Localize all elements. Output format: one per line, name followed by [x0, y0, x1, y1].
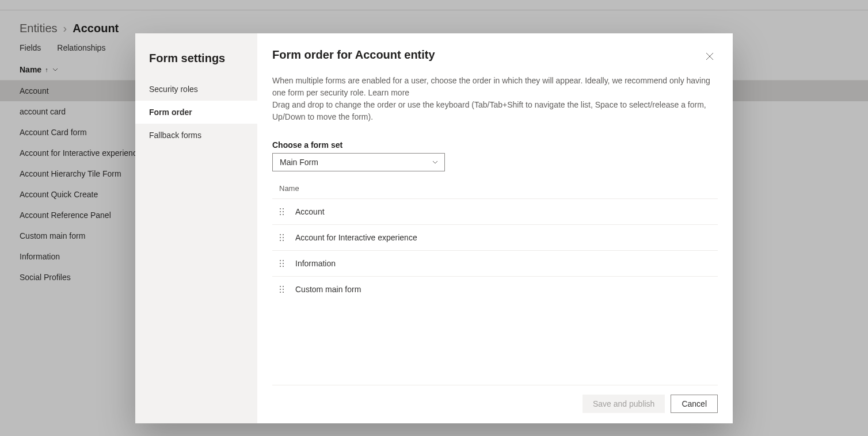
drag-handle-icon[interactable] [279, 208, 286, 216]
svg-point-14 [280, 263, 281, 264]
svg-point-17 [283, 266, 284, 267]
desc-line-2: Drag and drop to change the order or use… [272, 100, 706, 121]
sidebar-item-form-order[interactable]: Form order [135, 101, 257, 124]
dialog-sidebar: Form settings Security roles Form order … [135, 33, 257, 423]
modal-overlay: Form settings Security roles Form order … [0, 0, 868, 436]
svg-point-6 [280, 234, 281, 235]
svg-point-2 [280, 211, 281, 212]
dialog-title: Form order for Account entity [272, 48, 435, 62]
svg-point-10 [280, 240, 281, 241]
svg-point-0 [280, 208, 281, 209]
svg-point-13 [283, 260, 284, 261]
form-order-row[interactable]: Account for Interactive experience [272, 224, 718, 250]
close-button[interactable] [702, 48, 718, 64]
svg-point-18 [280, 286, 281, 287]
svg-point-8 [280, 237, 281, 238]
close-icon [705, 52, 714, 61]
form-set-select[interactable]: Main Form [272, 153, 445, 171]
form-order-row[interactable]: Information [272, 250, 718, 276]
svg-point-4 [280, 214, 281, 215]
form-row-label: Account [295, 207, 325, 216]
form-settings-dialog: Form settings Security roles Form order … [135, 33, 733, 423]
form-order-row[interactable]: Custom main form [272, 276, 718, 302]
choose-form-set-label: Choose a form set [272, 140, 718, 150]
drag-handle-icon[interactable] [279, 259, 286, 267]
form-list-header: Name [272, 184, 718, 198]
dialog-sidebar-title: Form settings [135, 48, 257, 78]
sidebar-item-fallback-forms[interactable]: Fallback forms [135, 124, 257, 147]
form-row-label: Custom main form [295, 285, 361, 294]
svg-point-1 [283, 208, 284, 209]
dialog-content: Form order for Account entity When multi… [257, 33, 733, 423]
drag-handle-icon[interactable] [279, 285, 286, 293]
form-row-label: Information [295, 259, 336, 268]
svg-point-9 [283, 237, 284, 238]
svg-point-16 [280, 266, 281, 267]
dialog-footer: Save and publish Cancel [272, 385, 718, 413]
svg-point-19 [283, 286, 284, 287]
svg-point-15 [283, 263, 284, 264]
svg-point-22 [280, 292, 281, 293]
desc-line-1: When multiple forms are enabled for a us… [272, 76, 710, 97]
svg-point-20 [280, 289, 281, 290]
cancel-button[interactable]: Cancel [671, 395, 718, 413]
svg-point-12 [280, 260, 281, 261]
form-row-label: Account for Interactive experience [295, 233, 417, 242]
drag-handle-icon[interactable] [279, 234, 286, 242]
chevron-down-icon [432, 159, 439, 166]
save-publish-button[interactable]: Save and publish [583, 395, 665, 413]
svg-point-11 [283, 240, 284, 241]
form-order-row[interactable]: Account [272, 198, 718, 224]
sidebar-item-security-roles[interactable]: Security roles [135, 78, 257, 101]
svg-point-3 [283, 211, 284, 212]
svg-point-21 [283, 289, 284, 290]
learn-more-link[interactable]: Learn more [368, 88, 410, 97]
svg-point-7 [283, 234, 284, 235]
dialog-description: When multiple forms are enabled for a us… [272, 75, 715, 123]
svg-point-5 [283, 214, 284, 215]
form-set-select-value: Main Form [280, 158, 318, 167]
svg-point-23 [283, 292, 284, 293]
